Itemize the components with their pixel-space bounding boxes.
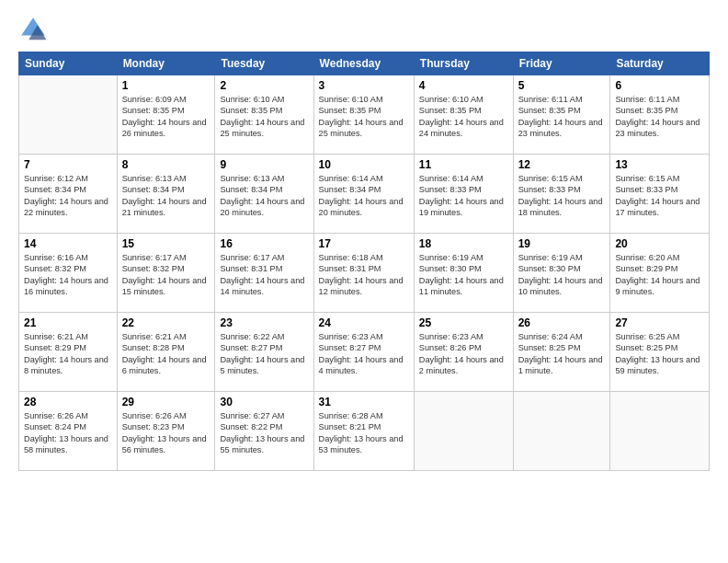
day-cell: 18Sunrise: 6:19 AMSunset: 8:30 PMDayligh… [414,234,513,313]
day-cell: 13Sunrise: 6:15 AMSunset: 8:33 PMDayligh… [610,155,710,234]
day-cell: 29Sunrise: 6:26 AMSunset: 8:23 PMDayligh… [117,392,215,471]
day-cell [610,392,710,471]
day-info: Sunrise: 6:18 AMSunset: 8:31 PMDaylight:… [319,252,409,298]
day-number: 6 [615,79,704,92]
day-cell: 10Sunrise: 6:14 AMSunset: 8:34 PMDayligh… [313,155,414,234]
day-info: Sunrise: 6:19 AMSunset: 8:30 PMDaylight:… [419,252,508,298]
logo-icon [18,15,48,44]
day-number: 30 [220,396,308,408]
day-number: 3 [319,79,409,92]
day-number: 24 [319,316,409,329]
weekday-header-row: SundayMondayTuesdayWednesdayThursdayFrid… [19,52,710,75]
day-number: 15 [122,237,210,250]
day-info: Sunrise: 6:16 AMSunset: 8:32 PMDaylight:… [24,252,112,298]
day-cell: 5Sunrise: 6:11 AMSunset: 8:35 PMDaylight… [513,75,610,155]
day-number: 27 [615,316,704,329]
day-info: Sunrise: 6:10 AMSunset: 8:35 PMDaylight:… [220,94,308,140]
day-cell [513,392,610,471]
day-cell: 7Sunrise: 6:12 AMSunset: 8:34 PMDaylight… [19,155,118,234]
week-row-5: 28Sunrise: 6:26 AMSunset: 8:24 PMDayligh… [19,392,710,471]
day-cell: 3Sunrise: 6:10 AMSunset: 8:35 PMDaylight… [313,75,414,155]
calendar: SundayMondayTuesdayWednesdayThursdayFrid… [18,52,710,471]
day-number: 25 [419,316,508,329]
day-number: 9 [220,158,308,171]
week-row-1: 1Sunrise: 6:09 AMSunset: 8:35 PMDaylight… [19,75,710,155]
day-number: 2 [220,79,308,92]
week-row-4: 21Sunrise: 6:21 AMSunset: 8:29 PMDayligh… [19,313,710,392]
day-number: 26 [518,316,606,329]
day-info: Sunrise: 6:11 AMSunset: 8:35 PMDaylight:… [518,94,606,140]
day-cell: 12Sunrise: 6:15 AMSunset: 8:33 PMDayligh… [513,155,610,234]
weekday-header-tuesday: Tuesday [215,52,313,75]
day-number: 4 [419,79,508,92]
day-cell [19,75,118,155]
day-cell: 8Sunrise: 6:13 AMSunset: 8:34 PMDaylight… [117,155,215,234]
weekday-header-wednesday: Wednesday [313,52,414,75]
day-info: Sunrise: 6:26 AMSunset: 8:24 PMDaylight:… [24,410,112,456]
day-number: 12 [518,158,606,171]
weekday-header-saturday: Saturday [610,52,710,75]
day-info: Sunrise: 6:23 AMSunset: 8:26 PMDaylight:… [419,331,508,377]
day-info: Sunrise: 6:15 AMSunset: 8:33 PMDaylight:… [615,173,704,219]
day-info: Sunrise: 6:10 AMSunset: 8:35 PMDaylight:… [319,94,409,140]
weekday-header-monday: Monday [117,52,215,75]
day-cell: 6Sunrise: 6:11 AMSunset: 8:35 PMDaylight… [610,75,710,155]
day-number: 16 [220,237,308,250]
day-cell: 16Sunrise: 6:17 AMSunset: 8:31 PMDayligh… [215,234,313,313]
day-cell: 15Sunrise: 6:17 AMSunset: 8:32 PMDayligh… [117,234,215,313]
day-info: Sunrise: 6:13 AMSunset: 8:34 PMDaylight:… [122,173,210,219]
day-info: Sunrise: 6:25 AMSunset: 8:25 PMDaylight:… [615,331,704,377]
day-info: Sunrise: 6:09 AMSunset: 8:35 PMDaylight:… [122,94,210,140]
day-cell: 25Sunrise: 6:23 AMSunset: 8:26 PMDayligh… [414,313,513,392]
day-info: Sunrise: 6:14 AMSunset: 8:33 PMDaylight:… [419,173,508,219]
day-number: 13 [615,158,704,171]
week-row-3: 14Sunrise: 6:16 AMSunset: 8:32 PMDayligh… [19,234,710,313]
day-cell: 24Sunrise: 6:23 AMSunset: 8:27 PMDayligh… [313,313,414,392]
day-number: 22 [122,316,210,329]
day-info: Sunrise: 6:26 AMSunset: 8:23 PMDaylight:… [122,410,210,456]
day-cell: 11Sunrise: 6:14 AMSunset: 8:33 PMDayligh… [414,155,513,234]
day-info: Sunrise: 6:28 AMSunset: 8:21 PMDaylight:… [319,410,409,456]
day-number: 29 [122,396,210,408]
day-number: 31 [319,396,409,408]
weekday-header-friday: Friday [513,52,610,75]
day-cell [414,392,513,471]
day-number: 21 [24,316,112,329]
page: SundayMondayTuesdayWednesdayThursdayFrid… [0,0,728,563]
week-row-2: 7Sunrise: 6:12 AMSunset: 8:34 PMDaylight… [19,155,710,234]
day-info: Sunrise: 6:14 AMSunset: 8:34 PMDaylight:… [319,173,409,219]
day-cell: 1Sunrise: 6:09 AMSunset: 8:35 PMDaylight… [117,75,215,155]
day-number: 5 [518,79,606,92]
day-info: Sunrise: 6:10 AMSunset: 8:35 PMDaylight:… [419,94,508,140]
day-number: 17 [319,237,409,250]
day-info: Sunrise: 6:15 AMSunset: 8:33 PMDaylight:… [518,173,606,219]
day-info: Sunrise: 6:21 AMSunset: 8:29 PMDaylight:… [24,331,112,377]
day-cell: 30Sunrise: 6:27 AMSunset: 8:22 PMDayligh… [215,392,313,471]
day-cell: 27Sunrise: 6:25 AMSunset: 8:25 PMDayligh… [610,313,710,392]
day-info: Sunrise: 6:20 AMSunset: 8:29 PMDaylight:… [615,252,704,298]
day-cell: 20Sunrise: 6:20 AMSunset: 8:29 PMDayligh… [610,234,710,313]
day-cell: 17Sunrise: 6:18 AMSunset: 8:31 PMDayligh… [313,234,414,313]
day-info: Sunrise: 6:23 AMSunset: 8:27 PMDaylight:… [319,331,409,377]
day-cell: 28Sunrise: 6:26 AMSunset: 8:24 PMDayligh… [19,392,118,471]
day-number: 14 [24,237,112,250]
logo [18,15,51,44]
day-number: 23 [220,316,308,329]
weekday-header-sunday: Sunday [19,52,118,75]
weekday-header-thursday: Thursday [414,52,513,75]
day-cell: 26Sunrise: 6:24 AMSunset: 8:25 PMDayligh… [513,313,610,392]
header [18,15,710,44]
day-number: 11 [419,158,508,171]
day-cell: 21Sunrise: 6:21 AMSunset: 8:29 PMDayligh… [19,313,118,392]
day-info: Sunrise: 6:11 AMSunset: 8:35 PMDaylight:… [615,94,704,140]
day-number: 1 [122,79,210,92]
day-cell: 9Sunrise: 6:13 AMSunset: 8:34 PMDaylight… [215,155,313,234]
day-info: Sunrise: 6:12 AMSunset: 8:34 PMDaylight:… [24,173,112,219]
day-cell: 4Sunrise: 6:10 AMSunset: 8:35 PMDaylight… [414,75,513,155]
day-info: Sunrise: 6:21 AMSunset: 8:28 PMDaylight:… [122,331,210,377]
day-cell: 14Sunrise: 6:16 AMSunset: 8:32 PMDayligh… [19,234,118,313]
day-info: Sunrise: 6:13 AMSunset: 8:34 PMDaylight:… [220,173,308,219]
day-number: 8 [122,158,210,171]
day-number: 19 [518,237,606,250]
day-info: Sunrise: 6:22 AMSunset: 8:27 PMDaylight:… [220,331,308,377]
